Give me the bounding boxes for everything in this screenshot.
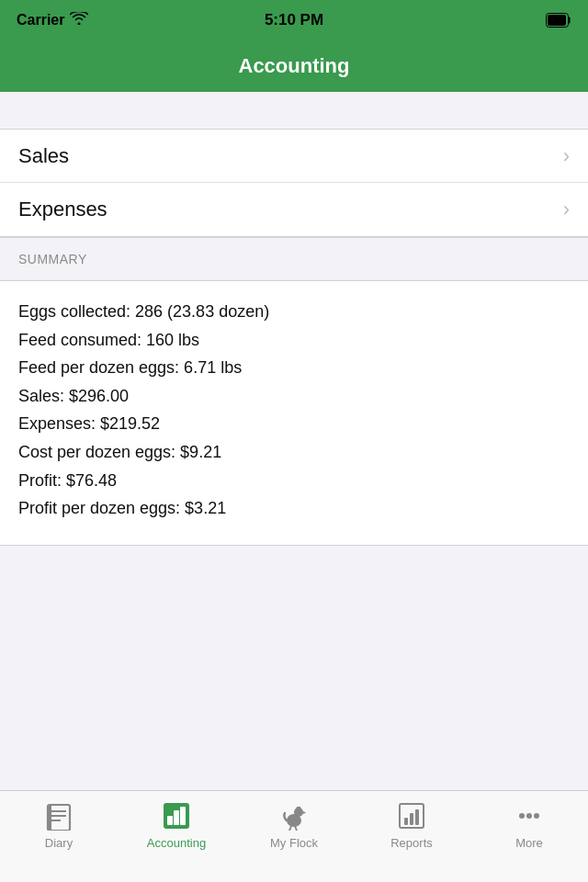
accounting-icon — [161, 800, 192, 831]
svg-rect-17 — [404, 818, 408, 825]
svg-rect-10 — [180, 807, 186, 825]
summary-header: SUMMARY — [0, 237, 588, 281]
tab-my-flock-label: My Flock — [270, 836, 318, 850]
tab-my-flock[interactable]: My Flock — [235, 800, 353, 850]
summary-line: Profit: $76.48 — [18, 467, 570, 495]
tab-diary[interactable]: Diary — [0, 800, 118, 850]
sales-chevron-icon: › — [563, 144, 570, 168]
tab-diary-label: Diary — [45, 836, 73, 850]
page-title: Accounting — [239, 54, 350, 78]
reports-icon — [396, 800, 427, 831]
summary-line: Feed consumed: 160 lbs — [18, 326, 570, 355]
expenses-chevron-icon: › — [563, 198, 570, 221]
summary-header-label: SUMMARY — [18, 252, 87, 266]
status-time: 5:10 PM — [265, 11, 323, 29]
svg-rect-19 — [415, 809, 419, 825]
svg-rect-6 — [48, 805, 51, 831]
section-spacer-top — [0, 92, 588, 129]
svg-line-15 — [295, 826, 297, 831]
svg-rect-1 — [548, 15, 566, 26]
summary-line: Expenses: $219.52 — [18, 410, 570, 438]
svg-point-21 — [526, 813, 532, 819]
tab-accounting[interactable]: Accounting — [118, 800, 235, 850]
tab-reports-label: Reports — [390, 836, 433, 850]
sales-item[interactable]: Sales › — [0, 130, 588, 183]
carrier-label: Carrier — [17, 12, 88, 28]
wifi-icon — [70, 12, 88, 28]
sales-label: Sales — [18, 144, 69, 168]
status-bar: Carrier 5:10 PM — [0, 0, 588, 40]
svg-marker-13 — [303, 811, 306, 814]
svg-rect-8 — [167, 816, 173, 825]
my-flock-icon — [278, 800, 310, 831]
expenses-label: Expenses — [18, 198, 107, 221]
svg-rect-9 — [174, 810, 179, 825]
svg-point-22 — [534, 813, 539, 819]
tab-reports[interactable]: Reports — [353, 800, 470, 850]
battery-icon — [546, 13, 571, 28]
page-header: Accounting — [0, 40, 588, 92]
tab-bar: Diary Accounting — [0, 790, 588, 882]
svg-rect-18 — [410, 813, 413, 825]
summary-line: Profit per dozen eggs: $3.21 — [18, 494, 570, 523]
summary-line: Feed per dozen eggs: 6.71 lbs — [18, 354, 570, 382]
expenses-item[interactable]: Expenses › — [0, 183, 588, 236]
tab-accounting-label: Accounting — [147, 836, 206, 850]
summary-line: Sales: $296.00 — [18, 382, 570, 411]
summary-line: Cost per dozen eggs: $9.21 — [18, 438, 570, 467]
svg-line-14 — [289, 826, 291, 831]
summary-section: SUMMARY Eggs collected: 286 (23.83 dozen… — [0, 237, 588, 546]
menu-list: Sales › Expenses › — [0, 129, 588, 237]
summary-line: Eggs collected: 286 (23.83 dozen) — [18, 298, 570, 326]
summary-content: Eggs collected: 286 (23.83 dozen)Feed co… — [0, 281, 588, 546]
more-icon — [514, 800, 545, 831]
diary-icon — [43, 800, 74, 831]
svg-point-20 — [519, 813, 525, 819]
tab-more[interactable]: More — [470, 800, 588, 850]
tab-more-label: More — [515, 836, 543, 850]
